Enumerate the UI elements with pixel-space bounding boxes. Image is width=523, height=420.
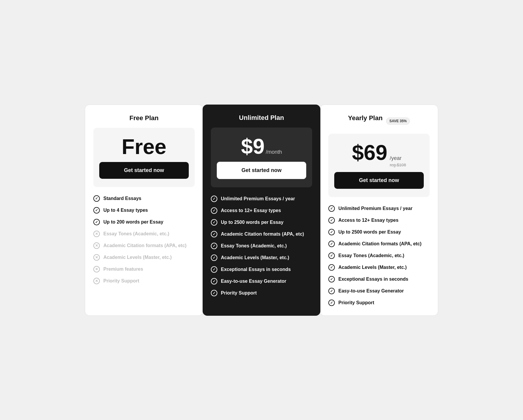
check-icon: ✓ <box>211 290 217 296</box>
plan-card-unlimited: Unlimited Plan $9 /month Get started now… <box>203 105 320 316</box>
plan-title-row: Yearly Plan SAVE 35% <box>328 114 430 128</box>
feature-item: ✓ Access to 12+ Essay types <box>328 217 430 224</box>
price-box: $69 /year reg.$108 Get started now <box>328 134 430 197</box>
feature-item: ✓ Exceptional Essays in seconds <box>328 276 430 282</box>
plan-title: Unlimited Plan <box>211 114 312 122</box>
feature-text: Exceptional Essays in seconds <box>338 277 408 282</box>
feature-text: Priority Support <box>338 300 374 305</box>
feature-item: ✕ Priority Support <box>93 278 195 284</box>
features-list: ✓ Unlimited Premium Essays / year ✓ Acce… <box>328 205 430 306</box>
check-icon: ✓ <box>211 243 217 249</box>
cta-button-free[interactable]: Get started now <box>99 162 189 179</box>
feature-item: ✕ Academic Levels (Master, etc.) <box>93 254 195 261</box>
price-box: $9 /month Get started now <box>211 128 312 187</box>
feature-item: ✓ Access to 12+ Essay types <box>211 207 312 214</box>
check-icon: ✓ <box>328 252 335 259</box>
feature-item: ✓ Up to 4 Essay types <box>93 207 195 214</box>
price-value: $69 <box>352 142 387 163</box>
save-badge: SAVE 35% <box>386 118 410 125</box>
feature-text: Academic Levels (Master, etc.) <box>221 255 289 260</box>
cross-icon: ✕ <box>93 278 100 284</box>
feature-item: ✓ Academic Levels (Master, etc.) <box>328 264 430 271</box>
feature-item: ✓ Up to 2500 words per Essay <box>211 219 312 226</box>
feature-item: ✓ Academic Citation formats (APA, etc) <box>328 241 430 247</box>
check-icon: ✓ <box>211 219 217 226</box>
pricing-container: Free Plan Free Get started now ✓ Standar… <box>85 105 438 316</box>
plan-card-yearly: Yearly Plan SAVE 35% $69 /year reg.$108 … <box>320 105 438 316</box>
feature-text: Priority Support <box>221 290 257 296</box>
check-icon: ✓ <box>328 217 335 224</box>
cross-icon: ✕ <box>93 254 100 261</box>
feature-text: Up to 2500 words per Essay <box>221 220 284 225</box>
feature-text: Standard Essays <box>103 196 141 201</box>
feature-item: ✓ Priority Support <box>211 290 312 296</box>
feature-item: ✓ Up to 2500 words per Essay <box>328 229 430 235</box>
plan-card-free: Free Plan Free Get started now ✓ Standar… <box>85 105 203 316</box>
price-box: Free Get started now <box>93 128 195 187</box>
feature-item: ✓ Priority Support <box>328 300 430 306</box>
feature-item: ✓ Academic Citation formats (APA, etc) <box>211 231 312 237</box>
feature-text: Up to 4 Essay types <box>103 208 148 213</box>
feature-item: ✓ Essay Tones (Academic, etc.) <box>211 243 312 249</box>
check-icon: ✓ <box>211 196 217 202</box>
feature-item: ✓ Easy-to-use Essay Generator <box>211 278 312 285</box>
check-icon: ✓ <box>211 278 217 285</box>
feature-text: Up to 2500 words per Essay <box>338 229 401 235</box>
feature-text: Essay Tones (Academic, etc.) <box>221 243 287 249</box>
feature-item: ✓ Exceptional Essays in seconds <box>211 266 312 273</box>
price-period: /year <box>390 155 401 161</box>
check-icon: ✓ <box>328 276 335 282</box>
check-icon: ✓ <box>93 195 100 202</box>
check-icon: ✓ <box>93 207 100 214</box>
feature-text: Academic Citation formats (APA, etc) <box>103 243 186 248</box>
price-reg: reg.$108 <box>390 163 406 167</box>
price-period: /month <box>266 149 282 155</box>
feature-text: Access to 12+ Essay types <box>338 218 398 223</box>
feature-text: Up to 200 words per Essay <box>103 219 163 225</box>
check-icon: ✓ <box>328 205 335 212</box>
plan-title: Free Plan <box>93 114 195 122</box>
feature-item: ✓ Unlimited Premium Essays / year <box>211 196 312 202</box>
feature-text: Unlimited Premium Essays / year <box>338 206 413 211</box>
feature-item: ✓ Academic Levels (Master, etc.) <box>211 254 312 261</box>
features-list: ✓ Standard Essays ✓ Up to 4 Essay types … <box>93 195 195 284</box>
feature-item: ✓ Easy-to-use Essay Generator <box>328 288 430 294</box>
feature-item: ✕ Premium features <box>93 266 195 272</box>
check-icon: ✓ <box>211 254 217 261</box>
feature-text: Easy-to-use Essay Generator <box>338 288 404 294</box>
feature-text: Access to 12+ Essay types <box>221 208 281 213</box>
cta-button-yearly[interactable]: Get started now <box>334 172 424 189</box>
feature-text: Academic Levels (Master, etc.) <box>338 265 407 270</box>
check-icon: ✓ <box>211 207 217 214</box>
cross-icon: ✕ <box>93 242 100 249</box>
feature-text: Premium features <box>103 267 143 272</box>
feature-item: ✕ Academic Citation formats (APA, etc) <box>93 242 195 249</box>
check-icon: ✓ <box>328 264 335 271</box>
feature-item: ✓ Essay Tones (Academic, etc.) <box>328 252 430 259</box>
feature-item: ✓ Up to 200 words per Essay <box>93 219 195 225</box>
check-icon: ✓ <box>328 241 335 247</box>
feature-text: Essay Tones (Academic, etc.) <box>103 231 169 237</box>
feature-item: ✓ Unlimited Premium Essays / year <box>328 205 430 212</box>
feature-item: ✕ Essay Tones (Academic, etc.) <box>93 231 195 237</box>
price-value: Free <box>99 136 189 157</box>
check-icon: ✓ <box>211 231 217 237</box>
plan-title: Yearly Plan <box>348 114 383 122</box>
feature-text: Academic Citation formats (APA, etc) <box>221 232 304 237</box>
features-list: ✓ Unlimited Premium Essays / year ✓ Acce… <box>211 196 312 296</box>
cross-icon: ✕ <box>93 266 100 272</box>
feature-text: Priority Support <box>103 278 139 284</box>
feature-text: Essay Tones (Academic, etc.) <box>338 253 404 258</box>
check-icon: ✓ <box>328 288 335 294</box>
feature-text: Academic Citation formats (APA, etc) <box>338 241 421 247</box>
cross-icon: ✕ <box>93 231 100 237</box>
price-value: $9 <box>241 136 264 157</box>
check-icon: ✓ <box>328 300 335 306</box>
cta-button-unlimited[interactable]: Get started now <box>217 162 306 179</box>
feature-text: Unlimited Premium Essays / year <box>221 196 295 201</box>
feature-text: Exceptional Essays in seconds <box>221 267 291 272</box>
check-icon: ✓ <box>93 219 100 225</box>
check-icon: ✓ <box>211 266 217 273</box>
feature-item: ✓ Standard Essays <box>93 195 195 202</box>
check-icon: ✓ <box>328 229 335 235</box>
